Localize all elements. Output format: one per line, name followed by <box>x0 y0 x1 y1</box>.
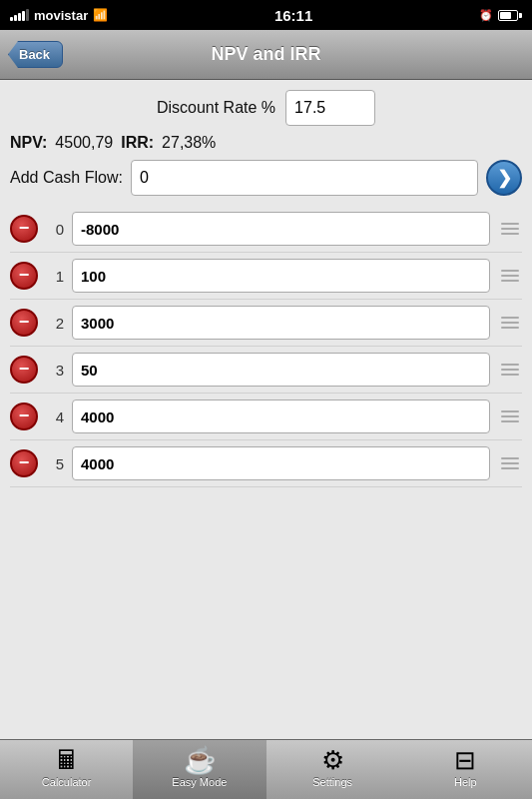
add-cashflow-arrow-icon: ❯ <box>497 167 512 189</box>
drag-line-2 <box>501 322 519 324</box>
remove-cashflow-button[interactable]: − <box>10 215 38 243</box>
cashflow-item: − 0 <box>10 206 522 253</box>
easy-mode-tab-icon: ☕ <box>184 747 216 773</box>
cashflow-item: − 2 <box>10 300 522 347</box>
drag-line-2 <box>501 462 519 464</box>
add-cashflow-label: Add Cash Flow: <box>10 169 123 187</box>
remove-icon: − <box>19 219 30 237</box>
drag-line-2 <box>501 275 519 277</box>
tab-help[interactable]: ⊟ Help <box>399 740 532 799</box>
drag-line-2 <box>501 228 519 230</box>
settings-tab-label: Settings <box>312 776 352 788</box>
flow-index: 5 <box>46 455 64 472</box>
remove-icon: − <box>19 266 30 284</box>
add-cashflow-button[interactable]: ❯ <box>486 160 522 196</box>
cashflow-item: − 5 <box>10 440 522 487</box>
drag-line-2 <box>501 369 519 371</box>
remove-icon: − <box>19 360 30 378</box>
easy-mode-tab-label: Easy Mode <box>172 776 227 788</box>
remove-icon: − <box>19 313 30 331</box>
irr-label: IRR: <box>121 134 154 152</box>
battery-indicator <box>498 10 522 21</box>
page-title: NPV and IRR <box>211 44 320 65</box>
discount-rate-input[interactable] <box>285 90 375 126</box>
help-tab-icon: ⊟ <box>454 747 476 773</box>
main-content: Discount Rate % NPV: 4500,79 IRR: 27,38%… <box>0 80 532 739</box>
status-time: 16:11 <box>274 7 312 24</box>
drag-handle[interactable] <box>498 358 522 382</box>
status-right: ⏰ <box>479 9 522 22</box>
drag-handle[interactable] <box>498 451 522 475</box>
cashflow-item: − 1 <box>10 253 522 300</box>
discount-rate-label: Discount Rate % <box>157 99 275 117</box>
signal-bar-4 <box>22 11 25 21</box>
drag-line-1 <box>501 223 519 225</box>
flow-index: 3 <box>46 362 64 379</box>
flow-index: 1 <box>46 268 64 285</box>
remove-cashflow-button[interactable]: − <box>10 402 38 430</box>
flow-value-input[interactable] <box>72 306 490 340</box>
irr-value: 27,38% <box>162 134 216 152</box>
drag-line-1 <box>501 270 519 272</box>
battery-body <box>498 10 518 21</box>
remove-icon: − <box>19 406 30 424</box>
signal-bar-2 <box>14 15 17 21</box>
battery-fill <box>500 12 511 19</box>
remove-icon: − <box>19 453 30 471</box>
flow-value-input[interactable] <box>72 446 490 480</box>
flow-value-input[interactable] <box>72 259 490 293</box>
drag-line-3 <box>501 233 519 235</box>
add-cashflow-row: Add Cash Flow: ❯ <box>10 160 522 196</box>
drag-line-2 <box>501 415 519 417</box>
remove-cashflow-button[interactable]: − <box>10 309 38 337</box>
drag-handle[interactable] <box>498 404 522 428</box>
flow-value-input[interactable] <box>72 212 490 246</box>
wifi-icon: 📶 <box>93 8 108 22</box>
drag-line-1 <box>501 410 519 412</box>
signal-bar-1 <box>10 17 13 21</box>
cashflow-item: − 4 <box>10 394 522 440</box>
tab-bar: 🖩 Calculator ☕ Easy Mode ⚙ Settings ⊟ He… <box>0 739 532 799</box>
navigation-bar: Back NPV and IRR <box>0 30 532 80</box>
npv-value: 4500,79 <box>55 134 113 152</box>
signal-bars <box>10 9 29 21</box>
flow-index: 4 <box>46 408 64 425</box>
tab-settings[interactable]: ⚙ Settings <box>266 740 399 799</box>
flow-value-input[interactable] <box>72 353 490 387</box>
drag-line-3 <box>501 374 519 376</box>
tab-calculator[interactable]: 🖩 Calculator <box>0 740 133 799</box>
calculator-tab-label: Calculator <box>42 776 92 788</box>
signal-bar-5 <box>26 9 29 21</box>
battery-tip <box>519 13 522 18</box>
drag-line-1 <box>501 457 519 459</box>
cashflow-item: − 3 <box>10 347 522 394</box>
help-tab-label: Help <box>454 776 477 788</box>
flow-index: 0 <box>46 221 64 238</box>
discount-rate-row: Discount Rate % <box>10 90 522 126</box>
status-left: movistar 📶 <box>10 8 108 23</box>
signal-bar-3 <box>18 13 21 21</box>
tab-easy-mode[interactable]: ☕ Easy Mode <box>133 740 266 799</box>
flow-value-input[interactable] <box>72 400 490 433</box>
clock-icon: ⏰ <box>479 9 493 22</box>
carrier-label: movistar <box>34 8 88 23</box>
drag-line-3 <box>501 467 519 469</box>
drag-line-1 <box>501 364 519 366</box>
add-cashflow-input[interactable] <box>131 160 478 196</box>
npv-label: NPV: <box>10 134 47 152</box>
drag-handle[interactable] <box>498 311 522 335</box>
remove-cashflow-button[interactable]: − <box>10 262 38 290</box>
drag-line-3 <box>501 420 519 422</box>
drag-line-3 <box>501 327 519 329</box>
settings-tab-icon: ⚙ <box>321 747 344 773</box>
calculator-tab-icon: 🖩 <box>54 747 80 773</box>
drag-line-3 <box>501 280 519 282</box>
npv-irr-row: NPV: 4500,79 IRR: 27,38% <box>10 134 522 152</box>
drag-line-1 <box>501 317 519 319</box>
remove-cashflow-button[interactable]: − <box>10 449 38 477</box>
back-button[interactable]: Back <box>8 41 63 68</box>
drag-handle[interactable] <box>498 217 522 241</box>
remove-cashflow-button[interactable]: − <box>10 356 38 384</box>
flow-index: 2 <box>46 315 64 332</box>
drag-handle[interactable] <box>498 264 522 288</box>
